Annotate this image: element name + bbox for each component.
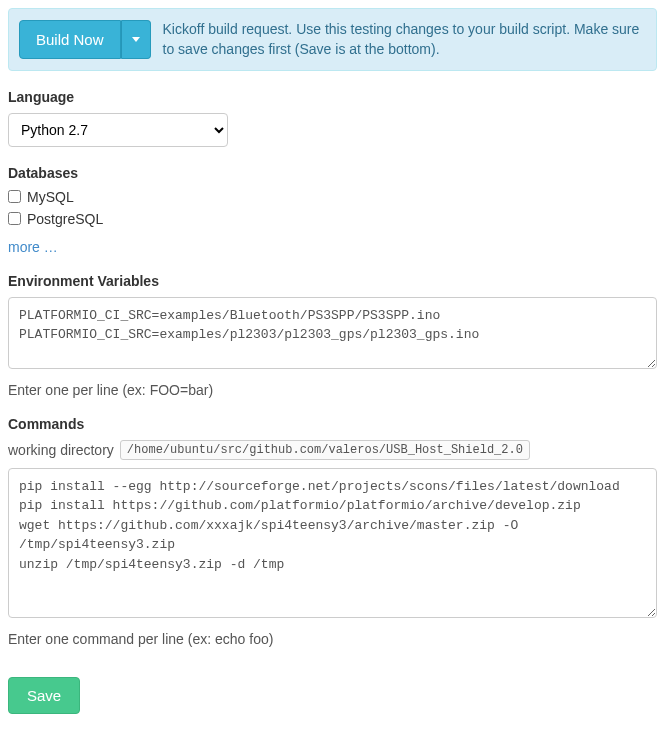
postgresql-label: PostgreSQL (27, 211, 103, 227)
build-button-group: Build Now (19, 20, 151, 59)
build-now-dropdown-toggle[interactable] (121, 20, 151, 59)
language-select[interactable]: Python 2.7 (8, 113, 228, 147)
commands-textarea[interactable] (8, 468, 657, 618)
kickoff-alert: Build Now Kickoff build request. Use thi… (8, 8, 657, 71)
envvars-textarea[interactable] (8, 297, 657, 369)
envvars-label: Environment Variables (8, 273, 657, 289)
mysql-label: MySQL (27, 189, 74, 205)
databases-label: Databases (8, 165, 657, 181)
database-row-postgresql: PostgreSQL (8, 211, 657, 227)
save-button[interactable]: Save (8, 677, 80, 714)
working-directory-label: working directory (8, 442, 114, 458)
alert-text: Kickoff build request. Use this testing … (163, 19, 646, 60)
working-directory-row: working directory /home/ubuntu/src/githu… (8, 440, 657, 460)
postgresql-checkbox[interactable] (8, 212, 21, 225)
build-now-button[interactable]: Build Now (19, 20, 121, 59)
commands-hint: Enter one command per line (ex: echo foo… (8, 631, 657, 647)
commands-label: Commands (8, 416, 657, 432)
database-row-mysql: MySQL (8, 189, 657, 205)
working-directory-value: /home/ubuntu/src/github.com/valeros/USB_… (120, 440, 530, 460)
mysql-checkbox[interactable] (8, 190, 21, 203)
databases-more-link[interactable]: more … (8, 239, 58, 255)
chevron-down-icon (132, 37, 140, 42)
language-label: Language (8, 89, 657, 105)
envvars-hint: Enter one per line (ex: FOO=bar) (8, 382, 657, 398)
